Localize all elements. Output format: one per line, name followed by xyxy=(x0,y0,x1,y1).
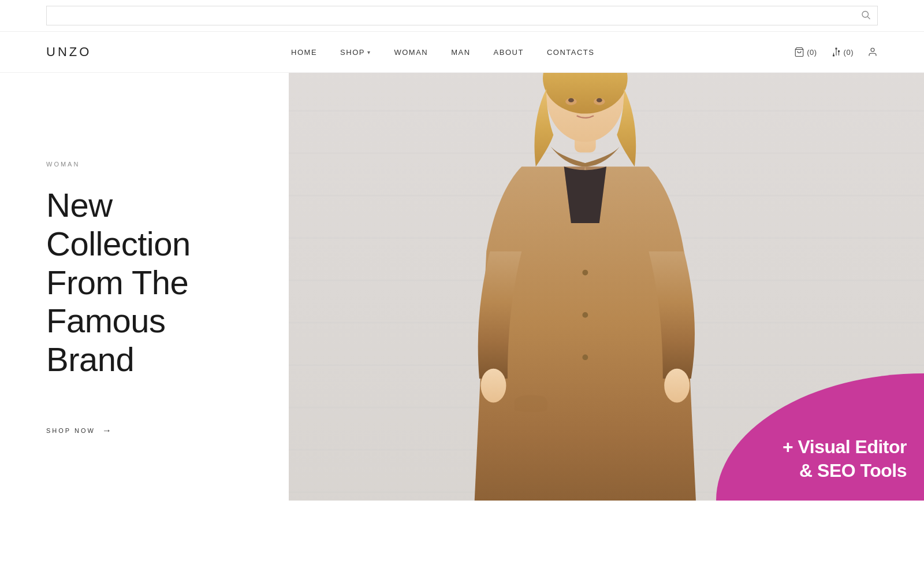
svg-point-29 xyxy=(568,98,574,102)
search-bar xyxy=(0,0,924,32)
compare-button[interactable]: (0) xyxy=(831,47,854,57)
arrow-icon: → xyxy=(102,425,113,436)
svg-point-30 xyxy=(597,98,602,102)
hero-text-panel: WOMAN New Collection From The Famous Bra… xyxy=(0,73,289,501)
chevron-down-icon: ▾ xyxy=(367,49,371,55)
cart-button[interactable]: (0) xyxy=(794,47,817,57)
hero-category: WOMAN xyxy=(46,161,243,168)
hero-cta-button[interactable]: SHOP NOW → xyxy=(46,425,243,436)
svg-rect-7 xyxy=(835,48,837,50)
svg-point-34 xyxy=(582,312,588,318)
search-button[interactable] xyxy=(860,10,871,22)
svg-point-35 xyxy=(582,354,588,360)
account-button[interactable] xyxy=(867,47,878,57)
svg-point-31 xyxy=(480,369,506,403)
compare-count: (0) xyxy=(844,48,854,57)
nav-item-home[interactable]: HOME xyxy=(291,48,317,57)
nav-item-man[interactable]: MAN xyxy=(451,48,470,57)
compare-icon xyxy=(831,47,841,57)
site-header: UNZO HOME SHOP ▾ WOMAN MAN ABOUT CONTACT… xyxy=(0,32,924,73)
main-nav: HOME SHOP ▾ WOMAN MAN ABOUT CONTACTS xyxy=(291,48,594,57)
promo-line2: & SEO Tools xyxy=(783,459,907,483)
svg-point-9 xyxy=(871,48,874,51)
svg-point-33 xyxy=(582,270,588,276)
svg-point-0 xyxy=(862,12,869,18)
hero-section: WOMAN New Collection From The Famous Bra… xyxy=(0,73,924,501)
promo-text: + Visual Editor & SEO Tools xyxy=(783,435,907,483)
hero-title: New Collection From The Famous Brand xyxy=(46,186,243,379)
cart-icon xyxy=(794,47,804,57)
cart-count: (0) xyxy=(807,48,817,57)
svg-rect-6 xyxy=(833,55,834,57)
svg-rect-14 xyxy=(289,153,924,154)
svg-point-32 xyxy=(664,369,690,403)
site-logo[interactable]: UNZO xyxy=(46,45,91,60)
hero-image: + Visual Editor & SEO Tools xyxy=(289,73,924,501)
search-input[interactable] xyxy=(46,6,878,25)
nav-item-about[interactable]: ABOUT xyxy=(494,48,524,57)
promo-line1: + Visual Editor xyxy=(783,435,907,460)
nav-item-woman[interactable]: WOMAN xyxy=(394,48,428,57)
header-icons: (0) (0) xyxy=(794,47,878,57)
nav-item-shop[interactable]: SHOP ▾ xyxy=(340,48,371,57)
user-icon xyxy=(867,47,878,57)
nav-item-contacts[interactable]: CONTACTS xyxy=(547,48,595,57)
svg-rect-8 xyxy=(838,50,840,52)
svg-line-1 xyxy=(867,17,870,19)
